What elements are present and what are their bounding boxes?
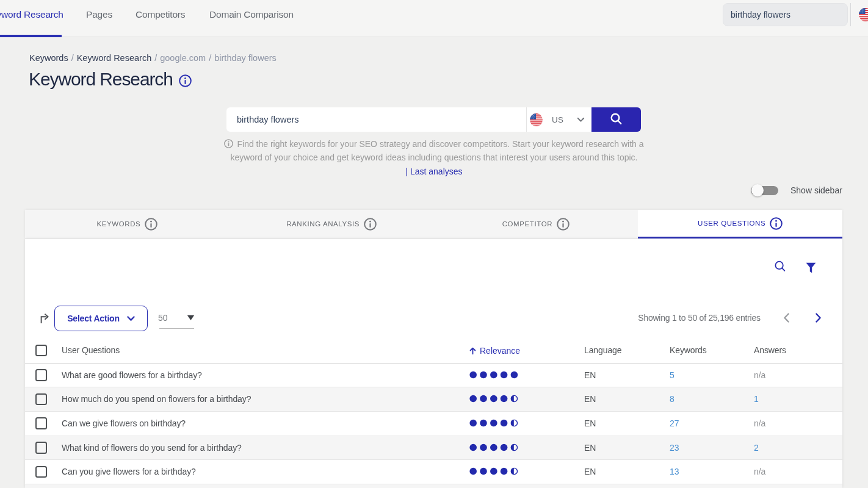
title-info-icon[interactable] [179,74,192,87]
breadcrumb-separator: / [151,53,160,63]
info-icon [364,218,377,231]
row-answers-link[interactable]: 1 [754,394,759,404]
breadcrumb-google-com[interactable]: google.com [160,53,206,63]
page-size-underline [159,328,194,329]
table-search-icon[interactable] [774,260,786,273]
row-keywords-link[interactable]: 23 [670,443,679,453]
keyword-search-input[interactable]: birthday flowers [226,107,526,132]
row-question: What are good flowers for a birthday? [62,370,202,380]
row-language: EN [584,467,596,476]
page-title: Keyword Research [29,69,173,90]
row-checkbox[interactable] [35,466,48,478]
pagination-next-icon[interactable] [811,311,825,325]
table-row: How much do you spend on flowers for a b… [25,387,842,412]
toggle-knob [751,184,764,196]
page-size-select[interactable]: 50 [158,310,195,330]
search-button[interactable] [591,107,641,132]
column-header-relevance[interactable]: Relevance [469,346,520,356]
hint-line-1: Find the right keywords for your SEO str… [0,139,868,149]
topbar-search-divider [850,3,851,26]
row-keywords-link[interactable]: 8 [670,394,675,404]
row-relevance-dots [469,419,521,427]
row-answers: n/a [754,418,765,428]
results-card: Select Action 50 Showing 1 to 50 of 25,1… [25,239,842,488]
country-select[interactable]: US [526,107,591,132]
row-checkbox[interactable] [35,442,48,454]
table-row: What are good flowers for a birthday? EN… [25,364,842,388]
keyword-search-value: birthday flowers [237,115,299,124]
relevance-dots-icon [469,443,521,451]
nav-item-competitors-label: Competitors [136,9,185,20]
nav-item-domain-comparison-label: Domain Comparison [209,9,294,20]
last-analyses-label: | Last analyses [405,167,462,176]
row-checkbox[interactable] [35,393,48,406]
tab-ranking-analysis[interactable]: RANKING ANALYSIS [230,210,434,239]
breadcrumb-birthday-flowers[interactable]: birthday flowers [214,53,277,63]
topbar-search-value[interactable]: birthday flowers [723,10,790,20]
pagination-prev-icon[interactable] [780,311,794,325]
row-language: EN [584,443,596,453]
show-sidebar-toggle[interactable] [751,186,778,195]
breadcrumb-keywords[interactable]: Keywords [29,53,68,63]
caret-down-icon [187,315,195,321]
relevance-dots-icon [469,371,521,379]
row-keywords-link[interactable]: 27 [670,418,679,428]
row-checkbox[interactable] [35,369,48,381]
row-answers-link[interactable]: 2 [754,443,759,453]
select-action-button[interactable]: Select Action [54,306,148,331]
row-language: EN [584,370,596,380]
nav-item-pages[interactable]: Pages [86,0,112,37]
breadcrumb-separator: / [206,53,214,63]
hint-text-2: keyword of your choice and get keyword i… [231,152,638,162]
row-keywords-link[interactable]: 13 [670,467,679,476]
row-answers: n/a [754,370,765,380]
search-icon [608,111,625,128]
export-arrow-icon[interactable] [40,313,49,324]
chevron-down-icon [127,316,135,321]
nav-active-underline [0,35,62,37]
tab-keywords[interactable]: KEYWORDS [25,210,230,239]
hint-text-1: Find the right keywords for your SEO str… [237,139,643,149]
column-header-language[interactable]: Language [584,345,622,355]
relevance-dots-icon [469,467,521,475]
us-flag-icon [530,113,543,126]
last-analyses-link[interactable]: | Last analyses [0,167,868,176]
column-header-user-questions: User Questions [62,345,120,355]
row-relevance-dots [469,443,521,451]
sidebar-toggle-row: Show sidebar [751,185,842,195]
table-row: Can we give flowers on birthday? EN 27 n… [25,412,842,436]
tab-user-questions[interactable]: USER QUESTIONS [638,210,842,239]
row-keywords-link[interactable]: 5 [670,370,675,380]
info-icon [224,139,233,148]
row-checkbox[interactable] [35,417,48,429]
select-all-checkbox[interactable] [35,345,48,357]
table-row-partial [25,484,842,488]
nav-item-pages-label: Pages [86,9,112,20]
topbar-search-box[interactable]: birthday flowers [723,3,848,26]
nav-item-competitors[interactable]: Competitors [136,0,185,37]
column-header-keywords[interactable]: Keywords [670,345,707,355]
us-flag-icon[interactable] [859,8,868,21]
tab-competitor[interactable]: COMPETITOR [434,210,638,239]
column-header-answers[interactable]: Answers [754,345,786,355]
breadcrumb: Keywords/Keyword Research/google.com/bir… [29,53,277,63]
nav-item-domain-comparison[interactable]: Domain Comparison [209,0,294,37]
row-relevance-dots [469,467,521,475]
pagination-summary: Showing 1 to 50 of 25,196 entries [638,313,761,323]
relevance-dots-icon [469,395,521,403]
table-row: Can you give flowers for a birthday? EN … [25,460,842,484]
nav-item-keyword-research[interactable]: Keyword Research [0,0,63,37]
breadcrumb-keyword-research[interactable]: Keyword Research [77,53,152,63]
row-question: What kind of flowers do you send for a b… [62,443,242,453]
row-relevance-dots [469,371,521,379]
table-row: What kind of flowers do you send for a b… [25,436,842,461]
tab-ranking-analysis-label: RANKING ANALYSIS [286,220,360,228]
tab-competitor-label: COMPETITOR [502,220,552,228]
user-questions-table: User Questions Relevance Language Keywor… [25,338,842,488]
page-title-row: Keyword Research [29,69,192,90]
table-header-row: User Questions Relevance Language Keywor… [25,338,842,364]
info-icon [557,218,570,231]
breadcrumb-separator: / [68,53,77,63]
filter-icon[interactable] [806,262,816,273]
row-answers: n/a [754,467,765,476]
